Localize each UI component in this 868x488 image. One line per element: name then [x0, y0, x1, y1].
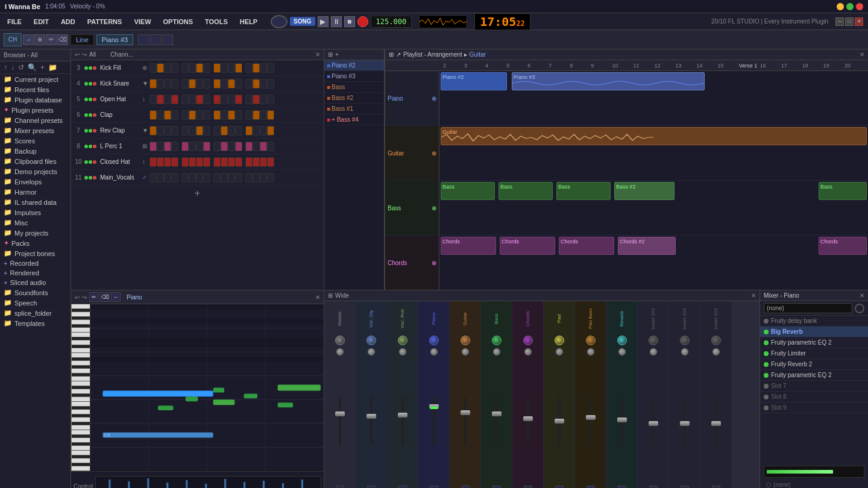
ch-pan-knob-4[interactable] — [462, 348, 469, 355]
piano-key[interactable] — [71, 466, 90, 471]
ch-send-knob-9[interactable] — [617, 336, 627, 345]
ch-fader-track-6[interactable] — [527, 397, 529, 445]
minimize-button[interactable] — [837, 3, 844, 10]
ch-send-knob-1[interactable] — [366, 336, 376, 345]
piano-key[interactable] — [71, 430, 90, 435]
rack-arrow-1[interactable]: ⊕ — [142, 64, 149, 71]
piano-key[interactable] — [71, 369, 90, 374]
dot-green-3[interactable] — [84, 82, 88, 86]
ch-fader-track-7[interactable] — [558, 397, 561, 445]
win-minimize[interactable]: ─ — [835, 17, 844, 26]
ch-pan-knob-7[interactable] — [556, 348, 563, 355]
ch-mute-btn-3[interactable] — [430, 486, 438, 488]
pl-seg-bass1[interactable]: Bass — [441, 182, 495, 200]
fx-enable-btn[interactable] — [855, 304, 864, 313]
ch-fader-handle-4[interactable] — [461, 410, 470, 415]
ch-fader-handle-9[interactable] — [617, 418, 627, 422]
fx-close[interactable]: ✕ — [860, 292, 864, 299]
stop-button[interactable]: ■ — [344, 16, 355, 27]
browser-item-impulses[interactable]: 📁 Impulses — [0, 207, 71, 217]
ch-mute-btn-8[interactable] — [587, 486, 595, 488]
fx-volume-bar[interactable] — [764, 466, 864, 478]
fx-item-2[interactable]: Big Reverb — [760, 327, 868, 337]
pl-seg-chords3[interactable]: Chords — [559, 237, 614, 255]
pl-seg-bass5[interactable]: Bass — [819, 182, 867, 200]
browser-item-channel-presets[interactable]: 📁 Channel presets — [0, 115, 71, 125]
channel-rack-btn[interactable]: CH — [4, 33, 22, 46]
ch-pan-knob-5[interactable] — [493, 348, 500, 355]
browser-item-mixer-presets[interactable]: 📁 Mixer presets — [0, 125, 71, 136]
ch-mute-btn-2[interactable] — [398, 486, 407, 488]
fx-item-6[interactable]: Fruity parametric EQ 2 — [760, 370, 868, 381]
maximize-button[interactable] — [846, 3, 854, 10]
clip-piano3[interactable]: ■Piano #3 — [324, 71, 384, 82]
ch-mute-btn-1[interactable] — [367, 486, 376, 488]
menu-options[interactable]: OPTIONS — [161, 17, 196, 27]
ch-fader-track-4[interactable] — [464, 397, 467, 445]
ch-mute-btn-4[interactable] — [461, 486, 470, 488]
line-mode-btn[interactable]: Line — [71, 34, 94, 45]
ch-fader-track-5[interactable] — [495, 397, 498, 445]
browser-item-demo-projects[interactable]: 📁 Demo projects — [0, 166, 71, 177]
ch-fader-track-12[interactable] — [715, 397, 717, 445]
browser-item-sliced-audio[interactable]: + Sliced audio — [0, 278, 71, 287]
add-channel-btn[interactable]: + — [71, 186, 324, 201]
ch-send-knob-10[interactable] — [649, 336, 658, 345]
menu-help[interactable]: HELP — [237, 17, 260, 27]
win-maximize[interactable]: □ — [845, 17, 854, 26]
piano-key[interactable] — [71, 312, 90, 317]
browser-item-splice[interactable]: 📁 splice_folder — [0, 308, 71, 318]
win-close[interactable]: ✕ — [855, 17, 863, 26]
play-button[interactable]: ▶ — [318, 16, 329, 27]
browser-item-rendered[interactable]: + Rendered — [0, 268, 71, 278]
browser-search-btn[interactable]: 🔍 — [27, 63, 38, 72]
menu-edit[interactable]: EDIT — [31, 17, 51, 27]
tool-btn-2[interactable]: ⊕ — [34, 34, 45, 45]
pl-seg-guitar[interactable]: Guitar — [441, 127, 867, 145]
fx-none-dropdown[interactable]: (none) — [764, 303, 852, 313]
piano-tool-2[interactable] — [150, 34, 161, 45]
browser-item-backup[interactable]: 📁 Backup — [0, 146, 71, 156]
browser-item-recorded[interactable]: + Recorded — [0, 258, 71, 268]
pl-seg-bass4[interactable]: Bass #2 — [614, 182, 675, 200]
pause-button[interactable]: ⏸ — [331, 16, 342, 27]
menu-view[interactable]: VIEW — [131, 17, 153, 27]
fx-item-8[interactable]: Slot 8 — [760, 392, 868, 402]
close-button[interactable] — [856, 3, 863, 10]
pl-seg-piano3[interactable]: Piano #3 — [512, 72, 705, 90]
pr-tool-2[interactable]: ⌫ — [100, 292, 110, 302]
ch-fader-handle-12[interactable] — [711, 421, 721, 426]
ch-mute-btn-9[interactable] — [618, 486, 626, 488]
fx-item-4[interactable]: Fruity Limiter — [760, 348, 868, 359]
browser-item-templates[interactable]: 📁 Templates — [0, 318, 71, 328]
piano-key[interactable] — [71, 377, 90, 381]
piano-key[interactable] — [71, 304, 90, 309]
ch-pan-knob-9[interactable] — [618, 348, 626, 355]
piano-key[interactable] — [71, 418, 90, 422]
fx-item-1[interactable]: Fruity delay bank — [760, 316, 868, 327]
dot-green-1[interactable] — [84, 66, 88, 70]
ch-pan-knob-6[interactable] — [524, 348, 532, 355]
ch-pan-knob-2[interactable] — [399, 348, 406, 355]
browser-item-harmor[interactable]: 📁 Harmor — [0, 187, 71, 197]
ch-send-knob-8[interactable] — [586, 336, 596, 345]
rack-undo[interactable]: ↩ — [75, 51, 80, 58]
pl-seg-chords1[interactable]: Chords — [441, 237, 496, 255]
pl-seg-chords4[interactable]: Chords #2 — [618, 237, 676, 255]
pr-undo[interactable]: ↩ — [75, 294, 80, 301]
browser-up-btn[interactable]: ↑ — [2, 63, 8, 72]
clip-bass4[interactable]: ■+ Bass #4 — [324, 114, 384, 125]
ch-send-knob-4[interactable] — [461, 336, 470, 345]
clip-bass3[interactable]: ■Bass #1 — [324, 104, 384, 114]
browser-item-clipboard[interactable]: 📁 Clipboard files — [0, 156, 71, 166]
mixer-area-close[interactable]: ✕ — [751, 292, 756, 299]
ch-send-knob-6[interactable] — [523, 336, 533, 345]
pl-seg-bass2[interactable]: Bass — [498, 182, 553, 200]
piano-key[interactable] — [71, 328, 90, 333]
rack-close[interactable]: ✕ — [315, 51, 320, 58]
ch-pan-knob-10[interactable] — [650, 348, 657, 355]
piano-key[interactable] — [71, 402, 90, 407]
browser-item-recent-files[interactable]: 📁 Recent files — [0, 84, 71, 95]
ch-fader-track-3[interactable] — [433, 397, 435, 445]
clip-piano[interactable]: ■Piano #2 — [324, 60, 384, 71]
